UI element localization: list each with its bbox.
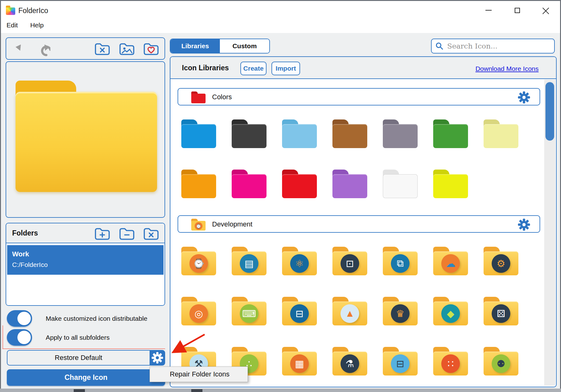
clear-folders-button[interactable]: [142, 225, 160, 241]
menu-help[interactable]: Help: [30, 21, 44, 29]
folders-list: Work C:/FolderIco: [6, 244, 165, 305]
library-folder-green[interactable]: [433, 119, 468, 148]
library-folder-light-blue[interactable]: [282, 119, 317, 148]
library-folder-blue[interactable]: [181, 119, 216, 148]
library-folder-firewall[interactable]: ▦: [282, 347, 317, 376]
close-button[interactable]: [540, 5, 551, 16]
subfolders-toggle-label: Apply to all subfolders: [46, 334, 109, 341]
minimize-button[interactable]: [483, 5, 494, 16]
library-folder-orange[interactable]: [181, 170, 216, 198]
menu-edit[interactable]: Edit: [7, 21, 18, 29]
library-folder-red[interactable]: [282, 170, 317, 198]
folders-panel-title: Folders: [12, 229, 38, 237]
library-folder-gears[interactable]: ⚙: [484, 247, 518, 275]
code-monitor-icon: ⌨: [240, 304, 258, 323]
bug-icon: ⚉: [492, 354, 510, 373]
annotation-line-vertical: [2, 325, 3, 349]
app-logo-icon: [6, 6, 15, 15]
image-folder-button[interactable]: [118, 40, 136, 57]
library-folder-white[interactable]: [383, 170, 418, 198]
library-folder-atom[interactable]: ⚛: [282, 247, 317, 275]
library-folder-cloud[interactable]: ☁: [433, 247, 468, 275]
library-folder-app-window[interactable]: ⊡: [332, 247, 367, 275]
gear-icon: [151, 352, 163, 364]
atom-icon: ⚛: [290, 254, 309, 273]
cards-icon: ⧉: [391, 254, 410, 273]
redo-icon[interactable]: [35, 44, 50, 57]
tab-libraries[interactable]: Libraries: [170, 39, 220, 53]
section-header-development: ⌚ Development: [178, 215, 540, 233]
compass-icon: ◎: [189, 304, 208, 323]
folder-path: C:/FolderIco: [12, 261, 164, 268]
library-folder-diamond[interactable]: ◆: [433, 297, 468, 325]
dice-icon: ⚄: [492, 304, 510, 323]
colors-folder-row-1: [181, 119, 518, 148]
library-folder-brown[interactable]: [332, 119, 367, 148]
annotation-line-horizontal: [2, 348, 165, 349]
library-folder-dark-gray[interactable]: [232, 119, 267, 148]
heart-icon: [148, 47, 154, 53]
library-folder-sitemap[interactable]: ∷: [433, 347, 468, 376]
diamond-icon: ◆: [441, 304, 460, 323]
menu-item-repair-folder-icons[interactable]: Repair Folder Icons: [150, 370, 230, 378]
colors-section-title: Colors: [212, 93, 232, 101]
library-folder-traffic-cone[interactable]: ▲: [332, 297, 367, 325]
import-library-button[interactable]: Import: [271, 62, 300, 75]
colors-section-icon: [191, 91, 206, 103]
library-folder-gamepad[interactable]: ⊟: [383, 347, 418, 376]
gears-icon: ⚙: [492, 254, 510, 273]
plus-glyph: [100, 233, 104, 237]
library-folder-compass[interactable]: ◎: [181, 297, 216, 325]
library-folder-alarm-clock[interactable]: ⌚: [181, 247, 216, 275]
monitor-icon: ⊟: [290, 304, 309, 323]
library-tabs: Libraries Custom: [170, 39, 270, 54]
firewall-icon: ▦: [290, 354, 309, 373]
library-scrollbar-thumb[interactable]: [545, 82, 554, 141]
library-folder-pale-yellow[interactable]: [484, 119, 518, 148]
remove-icon-folder-button[interactable]: [94, 40, 111, 57]
alarm-clock-icon: ⌚: [189, 254, 208, 273]
window-title: FolderIco: [18, 7, 48, 15]
library-folder-monitor[interactable]: ⊟: [282, 297, 317, 325]
folder-list-item-selected[interactable]: Work C:/FolderIco: [7, 245, 164, 275]
restore-default-button[interactable]: Restore Default: [7, 350, 150, 366]
library-folder-code-monitor[interactable]: ⌨: [232, 297, 267, 325]
library-scrollbar-track[interactable]: [544, 80, 555, 386]
library-folder-books[interactable]: ▤: [232, 247, 267, 275]
add-folder-button[interactable]: [94, 225, 111, 241]
app-window-icon: ⊡: [341, 254, 359, 273]
colors-settings-gear-icon[interactable]: [518, 91, 530, 104]
remove-folder-button[interactable]: [118, 225, 136, 241]
search-input[interactable]: [447, 42, 550, 50]
icon-libraries-panel: Icon Libraries Create Import Download Mo…: [170, 56, 557, 387]
maximize-button[interactable]: [512, 5, 523, 16]
search-box: [431, 39, 555, 54]
search-icon: [435, 42, 443, 50]
development-settings-gear-icon[interactable]: [518, 218, 530, 231]
library-folder-bug[interactable]: ⚉: [484, 347, 518, 376]
library-folder-purple[interactable]: [332, 170, 367, 198]
library-folder-dice[interactable]: ⚄: [484, 297, 518, 325]
library-folder-cards[interactable]: ⧉: [383, 247, 418, 275]
x-glyph: [100, 48, 104, 52]
folders-panel: Folders Work C:/FolderIco: [6, 223, 165, 306]
icon-libraries-title: Icon Libraries: [182, 64, 229, 72]
library-folder-pink[interactable]: [232, 170, 267, 198]
download-more-icons-link[interactable]: Download More Icons: [475, 65, 539, 72]
distributable-toggle[interactable]: [7, 310, 32, 327]
development-section-icon: ⌚: [191, 219, 206, 231]
change-icon-button[interactable]: Change Icon: [7, 369, 165, 386]
gear-context-menu: Repair Folder Icons: [150, 366, 248, 382]
preview-toolbar: [6, 37, 165, 60]
taskbar-sliver: [0, 389, 561, 392]
library-folder-yellow[interactable]: [433, 170, 468, 198]
create-library-button[interactable]: Create: [240, 62, 267, 75]
library-folder-gray[interactable]: [383, 119, 418, 148]
library-folder-crown[interactable]: ♛: [383, 297, 418, 325]
library-folder-flask[interactable]: ⚗: [332, 347, 367, 376]
tab-custom[interactable]: Custom: [220, 39, 269, 53]
restore-options-gear-button[interactable]: [150, 350, 165, 366]
undo-icon[interactable]: [15, 44, 30, 57]
favorite-folder-button[interactable]: [142, 40, 160, 57]
subfolders-toggle[interactable]: [7, 329, 32, 346]
